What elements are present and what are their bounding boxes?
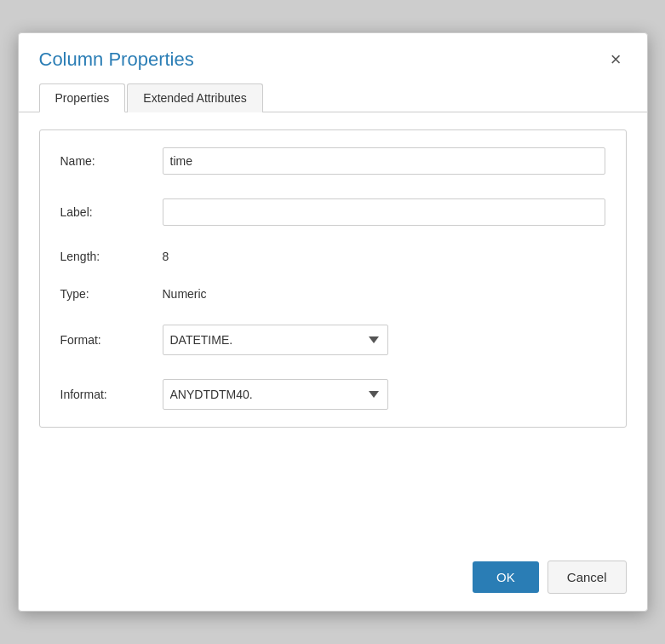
tab-bar: Properties Extended Attributes xyxy=(19,83,647,112)
format-row: Format: DATETIME. DATE. TIME. TIMESTAMP. xyxy=(60,325,605,355)
cancel-button[interactable]: Cancel xyxy=(547,561,627,594)
tab-extended-attributes[interactable]: Extended Attributes xyxy=(127,83,262,112)
name-label: Name: xyxy=(60,154,163,168)
tab-content-properties: Name: Label: Length: 8 Type: Numeric For… xyxy=(19,112,647,547)
type-row: Type: Numeric xyxy=(60,287,605,301)
length-row: Length: 8 xyxy=(60,250,605,263)
column-properties-dialog: Column Properties × Properties Extended … xyxy=(18,32,648,612)
label-label: Label: xyxy=(60,205,163,219)
informat-select[interactable]: ANYDTDTM40. DATETIME. ANYDTDTE. ANYDTTME… xyxy=(163,379,388,410)
dialog-overlay: Column Properties × Properties Extended … xyxy=(0,0,665,644)
form-panel: Name: Label: Length: 8 Type: Numeric For… xyxy=(39,129,627,428)
informat-label: Informat: xyxy=(60,388,163,401)
name-input[interactable] xyxy=(163,147,605,175)
close-button[interactable]: × xyxy=(605,49,627,71)
label-row: Label: xyxy=(60,198,605,226)
type-label: Type: xyxy=(60,287,163,301)
ok-button[interactable]: OK xyxy=(473,561,539,593)
length-label: Length: xyxy=(60,250,163,263)
informat-row: Informat: ANYDTDTM40. DATETIME. ANYDTDTE… xyxy=(60,379,605,410)
dialog-title: Column Properties xyxy=(39,49,194,71)
type-value: Numeric xyxy=(163,287,207,301)
dialog-footer: OK Cancel xyxy=(19,547,647,611)
format-label: Format: xyxy=(60,333,163,347)
format-select[interactable]: DATETIME. DATE. TIME. TIMESTAMP. xyxy=(163,325,388,355)
label-input[interactable] xyxy=(163,198,605,226)
dialog-header: Column Properties × xyxy=(19,33,647,83)
tab-properties[interactable]: Properties xyxy=(39,83,126,112)
length-value: 8 xyxy=(163,250,169,263)
name-row: Name: xyxy=(60,147,605,175)
